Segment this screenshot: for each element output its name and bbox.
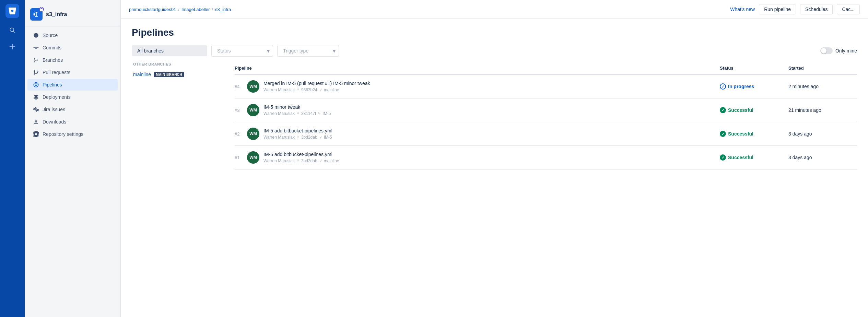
- pipeline-number-3: #3: [235, 108, 243, 113]
- breadcrumb-current-repo[interactable]: s3_infra: [215, 7, 231, 12]
- pipeline-title-4: Merged in IM-5 (pull request #1) IM-5 mi…: [263, 81, 370, 86]
- pipeline-number-1: #1: [235, 155, 243, 160]
- pipeline-commit-4: 9863b24: [301, 87, 317, 92]
- status-icon-1: ✓: [720, 154, 726, 161]
- pipeline-title-3: IM-5 minor tweak: [263, 104, 331, 110]
- page-title: Pipelines: [132, 27, 857, 38]
- lock-icon: [39, 7, 44, 12]
- status-icon-2: ✓: [720, 131, 726, 137]
- sidebar-item-jira-issues[interactable]: Jira issues: [27, 104, 118, 115]
- breadcrumb-repo-parent[interactable]: ImageLabeller: [181, 7, 210, 12]
- toggle-track: [820, 47, 833, 54]
- caches-button[interactable]: Cac...: [837, 4, 860, 14]
- status-cell-3: ✓ Successful: [720, 107, 788, 113]
- started-cell-1: 3 days ago: [788, 155, 857, 160]
- repo-icon: [30, 8, 43, 21]
- sidebar-item-source[interactable]: Source: [27, 30, 118, 41]
- trigger-type-filter[interactable]: Trigger type: [277, 45, 339, 57]
- sidebar-item-deployments[interactable]: Deployments: [27, 91, 118, 103]
- pipeline-branch-1: mainline: [324, 158, 339, 163]
- breadcrumb: pmmquickstartguides01 / ImageLabeller / …: [129, 7, 231, 12]
- sidebar-item-branches[interactable]: Branches: [27, 54, 118, 66]
- sidebar: s3_infra Source Commits Branches Pull re…: [25, 0, 121, 317]
- pipeline-author-4: Warren Marusiak: [263, 87, 295, 92]
- commit-icon-2: ⑂: [297, 135, 299, 140]
- status-col-header: Status: [720, 66, 788, 71]
- status-label-3: Successful: [728, 107, 753, 113]
- only-mine-toggle[interactable]: Only mine: [820, 47, 857, 54]
- pipeline-author-1: Warren Marusiak: [263, 158, 295, 163]
- started-col-header: Started: [788, 66, 857, 71]
- pipeline-info-4: Merged in IM-5 (pull request #1) IM-5 mi…: [263, 81, 370, 92]
- svg-point-4: [34, 73, 35, 74]
- branch-item-mainline[interactable]: mainline MAIN BRANCH: [132, 69, 226, 80]
- sidebar-item-commits[interactable]: Commits: [27, 42, 118, 54]
- top-header: pmmquickstartguides01 / ImageLabeller / …: [121, 0, 868, 19]
- status-filter-wrapper: Status: [211, 45, 273, 57]
- global-search-icon[interactable]: [5, 23, 19, 37]
- status-label-1: Successful: [728, 155, 753, 160]
- sidebar-item-pull-requests[interactable]: Pull requests: [27, 67, 118, 78]
- schedules-button[interactable]: Schedules: [800, 4, 833, 14]
- repo-name: s3_infra: [46, 11, 67, 17]
- pipeline-row-1[interactable]: #1 WM IM-5 add bitbucket-pipelines.yml W…: [235, 146, 857, 169]
- sidebar-item-source-label: Source: [43, 33, 58, 38]
- only-mine-label: Only mine: [835, 48, 857, 54]
- pipeline-author-3: Warren Marusiak: [263, 111, 295, 116]
- status-icon-3: ✓: [720, 107, 726, 113]
- branch-icon-2: ⑂: [319, 135, 322, 140]
- status-cell-2: ✓ Successful: [720, 131, 788, 137]
- sidebar-item-repository-settings[interactable]: Repository settings: [27, 128, 118, 140]
- status-cell-1: ✓ Successful: [720, 154, 788, 161]
- sidebar-item-pipelines[interactable]: Pipelines: [27, 79, 118, 91]
- pipeline-number-2: #2: [235, 131, 243, 137]
- pipeline-commit-1: 3bd2dab: [301, 158, 317, 163]
- pipeline-row-2[interactable]: #2 WM IM-5 add bitbucket-pipelines.yml W…: [235, 122, 857, 146]
- pipeline-meta-3: Warren Marusiak ⑂ 331147f ⑂ IM-5: [263, 111, 331, 116]
- status-label-4: In progress: [728, 84, 754, 89]
- pipeline-col-header: Pipeline: [235, 66, 720, 71]
- pipeline-main-1: #1 WM IM-5 add bitbucket-pipelines.yml W…: [235, 151, 720, 164]
- toggle-thumb: [821, 48, 826, 54]
- pipeline-meta-1: Warren Marusiak ⑂ 3bd2dab ⑂ mainline: [263, 158, 339, 163]
- avatar-1: WM: [247, 151, 259, 164]
- pipeline-table: Pipeline Status Started #4 WM Merged in …: [235, 62, 857, 169]
- pipeline-main-3: #3 WM IM-5 minor tweak Warren Marusiak ⑂…: [235, 104, 720, 116]
- pipeline-branch-2: IM-5: [324, 135, 332, 140]
- whats-new-link[interactable]: What's new: [730, 7, 755, 12]
- branch-filter[interactable]: All branches: [132, 45, 207, 56]
- branch-icon-4: ⑂: [319, 87, 322, 92]
- started-cell-4: 2 minutes ago: [788, 84, 857, 89]
- commit-icon-4: ⑂: [297, 87, 299, 92]
- breadcrumb-sep-1: /: [178, 7, 179, 12]
- pipeline-commit-3: 331147f: [301, 111, 316, 116]
- sidebar-item-branches-label: Branches: [43, 57, 63, 63]
- sidebar-item-downloads-label: Downloads: [43, 119, 66, 125]
- sidebar-item-pipelines-label: Pipelines: [43, 82, 62, 87]
- sidebar-item-deployments-label: Deployments: [43, 94, 71, 100]
- pipeline-number-4: #4: [235, 84, 243, 89]
- pipeline-info-3: IM-5 minor tweak Warren Marusiak ⑂ 33114…: [263, 104, 331, 116]
- started-cell-2: 3 days ago: [788, 131, 857, 137]
- create-icon[interactable]: [5, 40, 19, 54]
- pipeline-table-header: Pipeline Status Started: [235, 62, 857, 75]
- sidebar-item-downloads[interactable]: Downloads: [27, 116, 118, 128]
- sidebar-item-pull-requests-label: Pull requests: [43, 70, 70, 75]
- pipeline-row-4[interactable]: #4 WM Merged in IM-5 (pull request #1) I…: [235, 75, 857, 98]
- run-pipeline-button[interactable]: Run pipeline: [759, 4, 796, 14]
- breadcrumb-org[interactable]: pmmquickstartguides01: [129, 7, 176, 12]
- branch-name-mainline: mainline: [133, 72, 151, 77]
- page-body: Pipelines All branches Status Trigger ty…: [121, 19, 868, 317]
- pipeline-author-2: Warren Marusiak: [263, 135, 295, 140]
- status-filter[interactable]: Status: [211, 45, 273, 57]
- svg-point-0: [35, 47, 37, 49]
- pipeline-branch-3: IM-5: [322, 111, 331, 116]
- pipeline-row-3[interactable]: #3 WM IM-5 minor tweak Warren Marusiak ⑂…: [235, 98, 857, 122]
- pipeline-info-2: IM-5 add bitbucket-pipelines.yml Warren …: [263, 128, 332, 140]
- branch-section-title: OTHER BRANCHES: [132, 62, 226, 66]
- pipeline-info-1: IM-5 add bitbucket-pipelines.yml Warren …: [263, 152, 339, 163]
- svg-point-3: [34, 70, 35, 71]
- app-logo[interactable]: [5, 4, 19, 18]
- pipeline-main-2: #2 WM IM-5 add bitbucket-pipelines.yml W…: [235, 128, 720, 140]
- sidebar-item-repository-settings-label: Repository settings: [43, 131, 83, 137]
